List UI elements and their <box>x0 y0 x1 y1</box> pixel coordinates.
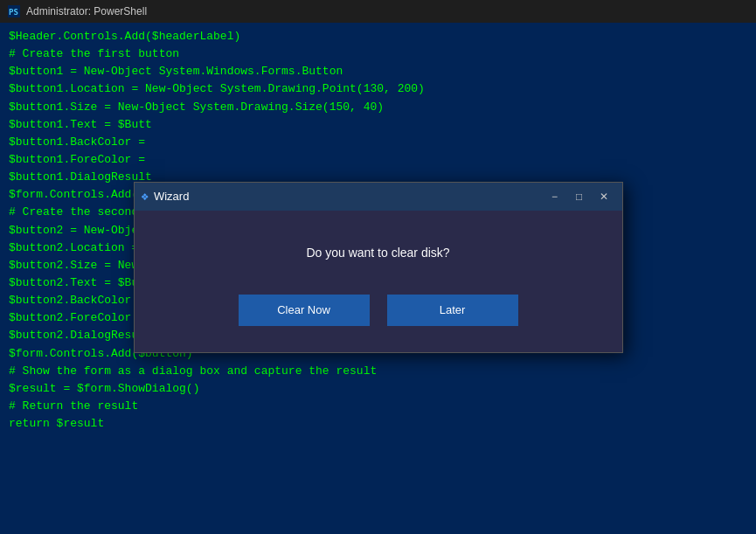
wizard-icon: ❖ <box>142 189 149 204</box>
ps-line: $button1.Text = $Butt <box>9 116 747 134</box>
ps-line: $button1.Size = New-Object System.Drawin… <box>9 99 747 116</box>
dialog-message: Do you want to clear disk? <box>306 246 449 260</box>
ps-line: $button1.ForeColor = <box>9 151 747 169</box>
ps-line: return $result <box>9 415 747 433</box>
clear-now-button[interactable]: Clear Now <box>239 295 370 326</box>
dialog-titlebar: ❖ Wizard − □ ✕ <box>135 183 622 211</box>
ps-line: $result = $form.ShowDialog() <box>9 380 747 398</box>
powershell-titlebar: PS Administrator: PowerShell <box>0 0 756 23</box>
wizard-dialog: ❖ Wizard − □ ✕ Do you want to clear disk… <box>134 182 623 353</box>
dialog-window-controls: − □ ✕ <box>544 188 615 205</box>
later-button[interactable]: Later <box>387 295 518 326</box>
powershell-window: PS Administrator: PowerShell $Header.Con… <box>0 0 756 534</box>
dialog-body: Do you want to clear disk? Clear Now Lat… <box>135 211 622 352</box>
dialog-maximize-button[interactable]: □ <box>568 188 591 205</box>
dialog-close-button[interactable]: ✕ <box>593 188 615 205</box>
powershell-icon: PS <box>7 4 21 18</box>
ps-line: # Show the form as a dialog box and capt… <box>9 363 747 380</box>
ps-line: $button1.Location = New-Object System.Dr… <box>9 80 747 98</box>
dialog-button-group: Clear Now Later <box>239 295 518 326</box>
dialog-minimize-button[interactable]: − <box>544 188 566 205</box>
powershell-title: Administrator: PowerShell <box>26 5 749 17</box>
dialog-title: Wizard <box>154 190 538 203</box>
ps-line: # Create the first button <box>9 45 747 63</box>
svg-text:PS: PS <box>9 8 18 17</box>
ps-line: $button1 = New-Object System.Windows.For… <box>9 63 747 80</box>
ps-line: $button1.BackColor = <box>9 134 747 151</box>
ps-line: $Header.Controls.Add($headerLabel) <box>9 28 747 45</box>
ps-line: # Return the result <box>9 398 747 415</box>
